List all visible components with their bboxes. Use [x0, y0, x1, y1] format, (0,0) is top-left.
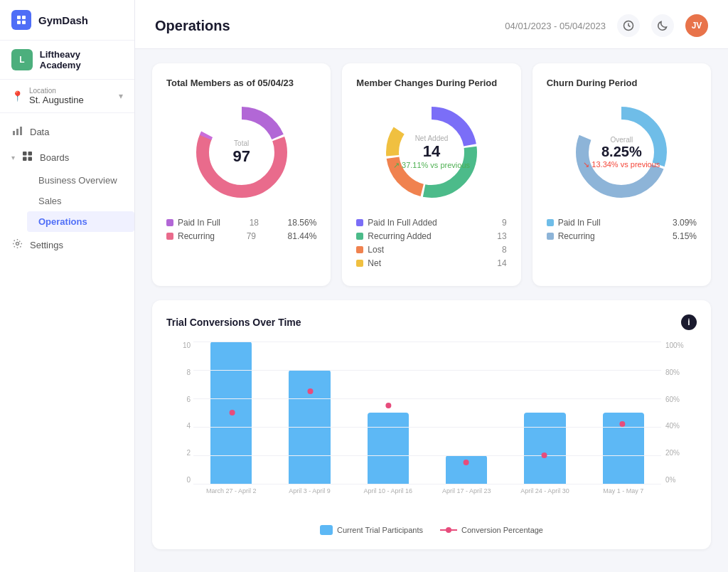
sidebar-boards-toggle[interactable]: ▾ Boards — [0, 144, 134, 170]
page-title: Operations — [155, 18, 230, 34]
total-members-card: Total Members as of 05/04/23 Total — [152, 63, 331, 286]
total-value: 97 — [232, 147, 250, 166]
svg-rect-1 — [22, 16, 26, 19]
org-section: L Liftheavy Academy — [0, 41, 134, 80]
arrow-down-icon: ▾ — [11, 154, 15, 161]
total-members-legend: Paid In Full 18 18.56% Recurring 79 81.4… — [166, 218, 316, 241]
line-overlay — [193, 341, 661, 484]
svg-point-11 — [16, 243, 18, 245]
svg-rect-7 — [23, 152, 27, 156]
churn-card: Churn During Period Overall 8.25% ↘ 13.3… — [532, 63, 711, 286]
chart-plot-area — [193, 341, 661, 484]
member-changes-legend: Paid In Full Added 9 Recurring Added 13 … — [356, 218, 506, 268]
line-legend-item: Conversion Percentage — [440, 526, 543, 534]
boards-icon — [22, 151, 33, 164]
info-icon-button[interactable]: i — [681, 314, 697, 330]
svg-point-24 — [385, 403, 391, 408]
sidebar-item-settings[interactable]: Settings — [0, 232, 134, 258]
churn-title: Churn During Period — [547, 78, 697, 88]
bar-legend-label: Current Trial Participants — [337, 526, 423, 534]
location-info: Location St. Augustine — [29, 87, 113, 105]
svg-rect-2 — [17, 21, 21, 24]
svg-rect-4 — [13, 131, 15, 135]
total-members-title: Total Members as of 05/04/23 — [166, 78, 316, 88]
svg-point-26 — [542, 452, 547, 458]
org-avatar: L — [11, 49, 33, 70]
total-members-center: Total 97 — [232, 139, 250, 166]
data-icon — [11, 125, 23, 138]
total-members-donut: Total 97 — [185, 95, 299, 209]
sidebar-item-data[interactable]: Data — [0, 119, 134, 144]
nav-section: Data ▾ Boards Business Overview Sales Op… — [0, 113, 134, 263]
settings-icon — [11, 238, 23, 251]
location-icon: 📍 — [11, 90, 23, 102]
legend-row: Recurring 5.15% — [547, 231, 697, 241]
chevron-down-icon: ▾ — [119, 91, 123, 101]
total-members-chart: Total 97 — [166, 95, 316, 209]
line-icon — [440, 529, 457, 531]
legend-row: Recurring Added 13 — [356, 231, 506, 241]
sidebar-item-data-label: Data — [30, 127, 49, 137]
chart-title: Trial Conversions Over Time — [166, 317, 301, 328]
date-range: 04/01/2023 - 05/04/2023 — [505, 21, 606, 31]
legend-row: Lost 8 — [356, 245, 506, 255]
member-changes-chart: Net Added 14 ↗ 37.11% vs previous — [356, 95, 506, 209]
svg-point-23 — [308, 388, 314, 394]
svg-rect-9 — [23, 157, 27, 161]
bar-chart: 10 8 6 4 2 0 100% 80% 60% 40% 20% 0 — [166, 341, 697, 505]
location-selector[interactable]: 📍 Location St. Augustine ▾ — [0, 80, 134, 113]
svg-rect-8 — [28, 152, 33, 156]
svg-rect-3 — [22, 21, 26, 24]
svg-rect-5 — [16, 129, 18, 135]
app-logo — [11, 10, 31, 30]
member-changes-donut: Net Added 14 ↗ 37.11% vs previous — [375, 95, 488, 209]
churn-donut: Overall 8.25% ↘ 13.34% vs previous — [564, 95, 678, 209]
churn-center: Overall 8.25% ↘ 13.34% vs previous — [583, 136, 660, 169]
bar-legend-item: Current Trial Participants — [320, 525, 423, 535]
line-legend-label: Conversion Percentage — [461, 526, 543, 534]
app-name: GymDash — [38, 14, 88, 26]
bar-icon — [320, 525, 333, 535]
sidebar-header: GymDash — [0, 0, 134, 41]
legend-row: Paid In Full 3.09% — [547, 218, 697, 228]
legend-row: Recurring 79 81.44% — [166, 231, 316, 241]
svg-rect-6 — [20, 127, 22, 135]
metrics-cards: Total Members as of 05/04/23 Total — [152, 63, 711, 286]
sidebar-item-settings-label: Settings — [30, 240, 63, 250]
member-changes-card: Member Changes During Period Net Added 1… — [342, 63, 520, 286]
history-icon-button[interactable] — [617, 14, 640, 37]
svg-rect-0 — [17, 16, 21, 19]
location-value: St. Augustine — [29, 95, 113, 105]
svg-point-25 — [464, 460, 469, 465]
chart-header: Trial Conversions Over Time i — [166, 314, 697, 330]
sidebar-boards-label: Boards — [40, 152, 69, 163]
user-avatar[interactable]: JV — [685, 14, 708, 37]
chart-legend: Current Trial Participants Conversion Pe… — [166, 525, 697, 535]
dashboard-content: Total Members as of 05/04/23 Total — [135, 49, 728, 563]
member-changes-title: Member Changes During Period — [356, 78, 506, 88]
page-header: Operations 04/01/2023 - 05/04/2023 JV — [135, 0, 728, 49]
sidebar-item-business-overview[interactable]: Business Overview — [27, 170, 134, 191]
boards-submenu: Business Overview Sales Operations — [0, 170, 134, 232]
legend-row: Net 14 — [356, 258, 506, 268]
svg-rect-10 — [28, 157, 33, 161]
legend-row: Paid In Full 18 18.56% — [166, 218, 316, 228]
trial-conversions-card: Trial Conversions Over Time i 10 8 6 4 2… — [152, 300, 711, 549]
sidebar-item-operations[interactable]: Operations — [27, 211, 134, 232]
org-name: Liftheavy Academy — [40, 49, 123, 70]
member-changes-center: Net Added 14 ↗ 37.11% vs previous — [393, 134, 470, 170]
legend-row: Paid In Full Added 9 — [356, 218, 506, 228]
churn-legend: Paid In Full 3.09% Recurring 5.15% — [547, 218, 697, 241]
location-label: Location — [29, 87, 113, 95]
svg-point-22 — [230, 410, 235, 415]
main-content: Operations 04/01/2023 - 05/04/2023 JV To… — [135, 0, 728, 572]
x-axis-labels: March 27 - April 2 April 3 - April 9 Apr… — [193, 487, 661, 494]
sidebar: GymDash L Liftheavy Academy 📍 Location S… — [0, 0, 135, 572]
total-label: Total — [232, 139, 250, 147]
svg-point-27 — [619, 421, 625, 427]
dark-mode-button[interactable] — [651, 14, 674, 37]
sidebar-item-sales[interactable]: Sales — [27, 191, 134, 211]
churn-chart: Overall 8.25% ↘ 13.34% vs previous — [547, 95, 697, 209]
